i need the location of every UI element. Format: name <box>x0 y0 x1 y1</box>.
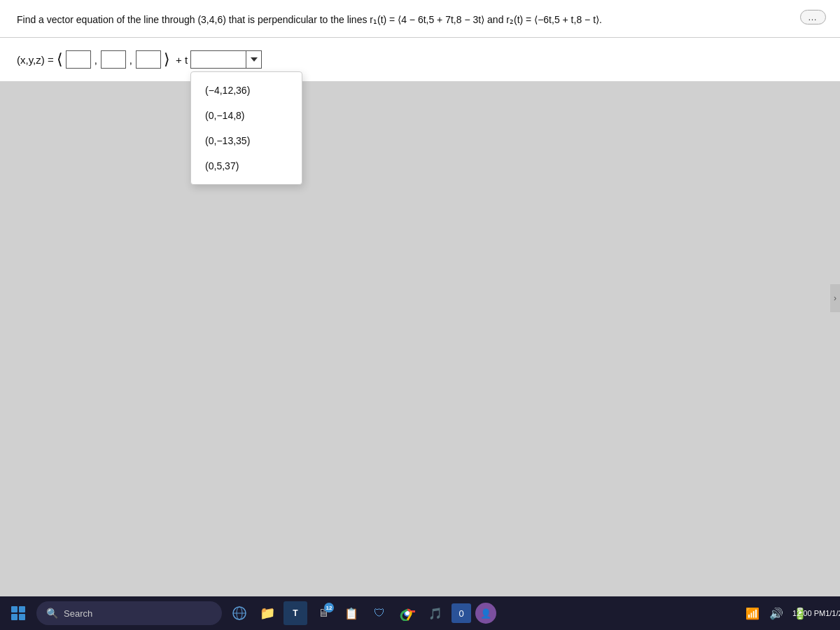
chrome-svg-icon <box>400 606 415 621</box>
more-options-button[interactable]: … <box>800 10 826 24</box>
taskbar-audio-icon[interactable]: 🎵 <box>424 601 447 625</box>
y-input[interactable] <box>101 50 126 69</box>
clock-time: 12:00 PM <box>792 609 825 617</box>
clock-date: 1/1/2024 <box>825 609 840 617</box>
dropdown-option-4[interactable]: (0,5,37) <box>191 153 302 178</box>
x-input[interactable] <box>66 50 91 69</box>
taskbar-files-icon[interactable]: 📋 <box>340 601 363 625</box>
chevron-down-icon <box>251 57 258 62</box>
dropdown-option-1[interactable]: (−4,12,36) <box>191 78 302 103</box>
comma-1: , <box>94 54 97 66</box>
dropdown-arrow-button[interactable] <box>246 50 262 69</box>
close-bracket: ⟩ <box>164 52 170 67</box>
taskbar-screen-icon[interactable]: 12 🖥 <box>312 601 335 625</box>
taskbar-shield-icon[interactable]: 🛡 <box>368 601 391 625</box>
t-label: + t <box>176 54 188 66</box>
taskbar-terminal-icon[interactable]: T <box>284 601 307 625</box>
start-button[interactable] <box>6 601 31 626</box>
taskbar-avatar-icon[interactable]: 👤 <box>475 603 496 624</box>
taskbar: 🔍 Search 📁 T 12 🖥 📋 🛡 <box>0 596 840 630</box>
dropdown-option-3[interactable]: (0,−13,35) <box>191 128 302 153</box>
dropdown-option-2[interactable]: (0,−14,8) <box>191 103 302 128</box>
question-text: Find a vector equation of the line throu… <box>17 13 823 27</box>
dropdown-trigger: (−4,12,36) (0,−14,8) (0,−13,35) (0,5,37) <box>190 50 262 69</box>
taskbar-wifi-icon[interactable]: 📶 <box>742 603 763 624</box>
taskbar-clock[interactable]: 12:00 PM 1/1/2024 <box>813 603 834 624</box>
badge-icon: 12 <box>324 603 334 612</box>
taskbar-search[interactable]: 🔍 Search <box>36 601 222 625</box>
comma-2: , <box>130 54 132 66</box>
taskbar-explorer-icon[interactable]: 📁 <box>255 601 279 625</box>
taskbar-chrome-icon[interactable] <box>396 601 419 625</box>
windows-icon <box>11 606 25 620</box>
search-icon: 🔍 <box>46 608 58 619</box>
equation-label: (x,y,z) = <box>17 54 54 66</box>
z-input[interactable] <box>136 50 161 69</box>
taskbar-browser-icon[interactable] <box>227 601 251 625</box>
taskbar-app-icons: 📁 T 12 🖥 📋 🛡 🎵 0 👤 <box>227 601 496 625</box>
dropdown-menu: (−4,12,36) (0,−14,8) (0,−13,35) (0,5,37) <box>190 71 302 185</box>
browser-svg-icon <box>232 606 246 620</box>
taskbar-right-icons: 📶 🔊 🔋 12:00 PM 1/1/2024 <box>742 603 834 624</box>
taskbar-volume-icon[interactable]: 🔊 <box>766 603 787 624</box>
main-content: Find a vector equation of the line throu… <box>0 0 840 596</box>
open-bracket: ⟨ <box>57 52 63 67</box>
dropdown-input[interactable] <box>190 50 246 69</box>
background-area <box>0 81 840 515</box>
equation-row: (x,y,z) = ⟨ , , ⟩ + t (−4,12,36) (0,−14,… <box>17 50 823 69</box>
answer-area: (x,y,z) = ⟨ , , ⟩ + t (−4,12,36) (0,−14,… <box>0 38 840 81</box>
taskbar-monitor2-icon[interactable]: 0 <box>451 603 471 623</box>
search-label: Search <box>64 608 92 619</box>
side-scroll-arrow[interactable]: › <box>830 284 840 312</box>
question-card: Find a vector equation of the line throu… <box>0 0 840 38</box>
